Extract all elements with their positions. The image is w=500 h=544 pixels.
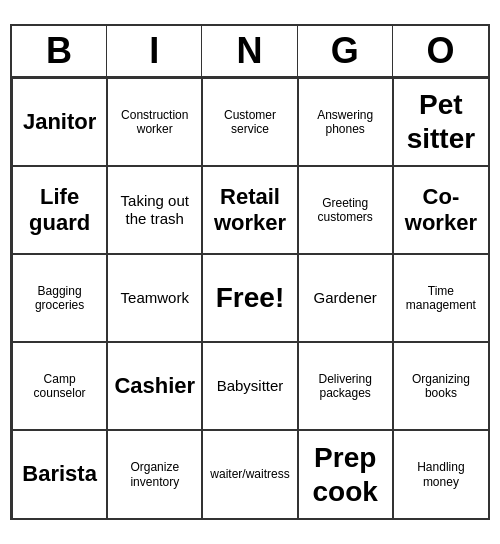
- bingo-letter-n: N: [202, 26, 297, 76]
- bingo-cell-r0-c3: Answering phones: [298, 78, 393, 166]
- bingo-cell-r2-c2: Free!: [202, 254, 297, 342]
- bingo-letter-i: I: [107, 26, 202, 76]
- bingo-cell-r1-c3: Greeting customers: [298, 166, 393, 254]
- bingo-card: BINGO JanitorConstruction workerCustomer…: [10, 24, 490, 520]
- bingo-cell-r0-c4: Pet sitter: [393, 78, 488, 166]
- bingo-cell-r0-c0: Janitor: [12, 78, 107, 166]
- bingo-cell-text-r0-c3: Answering phones: [303, 108, 388, 137]
- bingo-cell-r1-c2: Retail worker: [202, 166, 297, 254]
- bingo-cell-r1-c0: Life guard: [12, 166, 107, 254]
- bingo-cell-r4-c0: Barista: [12, 430, 107, 518]
- bingo-grid: JanitorConstruction workerCustomer servi…: [12, 78, 488, 518]
- bingo-letter-g: G: [298, 26, 393, 76]
- bingo-cell-r1-c1: Taking out the trash: [107, 166, 202, 254]
- bingo-cell-r2-c4: Time management: [393, 254, 488, 342]
- bingo-cell-text-r2-c1: Teamwork: [121, 289, 189, 307]
- bingo-cell-r3-c4: Organizing books: [393, 342, 488, 430]
- bingo-cell-text-r1-c4: Co-worker: [398, 184, 484, 237]
- bingo-cell-r3-c2: Babysitter: [202, 342, 297, 430]
- bingo-cell-r4-c4: Handling money: [393, 430, 488, 518]
- bingo-cell-text-r2-c2: Free!: [216, 281, 284, 315]
- bingo-cell-r3-c1: Cashier: [107, 342, 202, 430]
- bingo-cell-text-r0-c2: Customer service: [207, 108, 292, 137]
- bingo-cell-text-r3-c1: Cashier: [114, 373, 195, 399]
- bingo-cell-r3-c3: Delivering packages: [298, 342, 393, 430]
- bingo-cell-text-r2-c0: Bagging groceries: [17, 284, 102, 313]
- bingo-cell-r4-c1: Organize inventory: [107, 430, 202, 518]
- bingo-cell-r2-c3: Gardener: [298, 254, 393, 342]
- bingo-cell-r4-c3: Prep cook: [298, 430, 393, 518]
- bingo-cell-text-r1-c2: Retail worker: [207, 184, 292, 237]
- bingo-cell-text-r4-c2: waiter/waitress: [210, 467, 289, 481]
- bingo-cell-text-r3-c3: Delivering packages: [303, 372, 388, 401]
- bingo-cell-r2-c0: Bagging groceries: [12, 254, 107, 342]
- bingo-cell-text-r4-c0: Barista: [22, 461, 97, 487]
- bingo-cell-r1-c4: Co-worker: [393, 166, 488, 254]
- bingo-cell-text-r4-c1: Organize inventory: [112, 460, 197, 489]
- bingo-header: BINGO: [12, 26, 488, 78]
- bingo-cell-text-r3-c0: Camp counselor: [17, 372, 102, 401]
- bingo-cell-text-r0-c0: Janitor: [23, 109, 96, 135]
- bingo-cell-r0-c2: Customer service: [202, 78, 297, 166]
- bingo-cell-text-r4-c3: Prep cook: [303, 441, 388, 508]
- bingo-cell-r0-c1: Construction worker: [107, 78, 202, 166]
- bingo-cell-text-r1-c0: Life guard: [17, 184, 102, 237]
- bingo-letter-b: B: [12, 26, 107, 76]
- bingo-cell-text-r0-c4: Pet sitter: [398, 88, 484, 155]
- bingo-cell-text-r0-c1: Construction worker: [112, 108, 197, 137]
- bingo-cell-text-r2-c4: Time management: [398, 284, 484, 313]
- bingo-cell-text-r2-c3: Gardener: [314, 289, 377, 307]
- bingo-cell-text-r4-c4: Handling money: [398, 460, 484, 489]
- bingo-letter-o: O: [393, 26, 488, 76]
- bingo-cell-r2-c1: Teamwork: [107, 254, 202, 342]
- bingo-cell-r3-c0: Camp counselor: [12, 342, 107, 430]
- bingo-cell-text-r3-c2: Babysitter: [217, 377, 284, 395]
- bingo-cell-r4-c2: waiter/waitress: [202, 430, 297, 518]
- bingo-cell-text-r3-c4: Organizing books: [398, 372, 484, 401]
- bingo-cell-text-r1-c1: Taking out the trash: [112, 192, 197, 228]
- bingo-cell-text-r1-c3: Greeting customers: [303, 196, 388, 225]
